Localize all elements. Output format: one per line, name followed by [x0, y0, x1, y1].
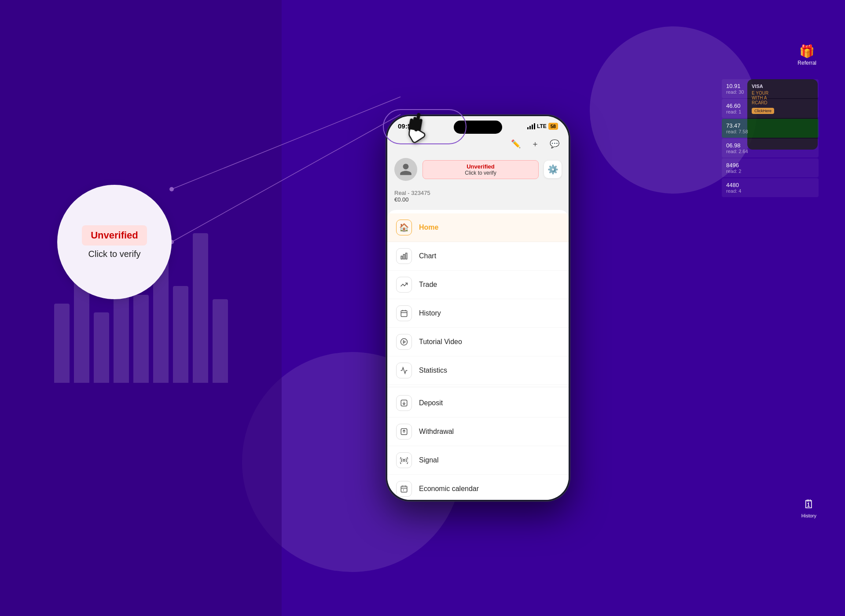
menu-label-home: Home — [419, 224, 438, 231]
menu-item-economic-calendar[interactable]: 7 Economic calendar — [387, 475, 569, 500]
trading-row-3: 73.47 read: 7.58 — [722, 119, 819, 138]
annotation-unverified-badge: Unverified — [82, 225, 147, 246]
trading-row-6: 4480 read: 4 — [722, 178, 819, 197]
user-avatar-icon — [399, 162, 413, 176]
phone-screen: 09:57 LTE 58 ✏️ ＋ — [387, 116, 569, 500]
svg-point-11 — [401, 339, 408, 345]
referral-label: Referral — [797, 60, 816, 66]
chat-icon[interactable]: 💬 — [547, 137, 562, 151]
balance-amount: €0.00 — [394, 196, 562, 203]
svg-rect-6 — [406, 253, 407, 259]
lte-label: LTE — [537, 123, 547, 129]
economic-calendar-icon: 7 — [396, 481, 412, 497]
history-icon — [396, 305, 412, 321]
svg-rect-5 — [404, 254, 405, 259]
tutorial-icon — [396, 334, 412, 350]
trading-row-5: 8496 read: 2 — [722, 158, 819, 177]
menu-label-history: History — [419, 309, 441, 317]
trading-row-2: 46.60 read: 1 — [722, 99, 819, 118]
menu-label-withdrawal: Withdrawal — [419, 428, 454, 436]
trading-row-1: 10.91 read: 30 — [722, 79, 819, 98]
trade-icon — [396, 277, 412, 293]
menu-item-statistics[interactable]: Statistics — [387, 356, 569, 385]
deposit-icon — [396, 395, 412, 411]
menu-item-chart[interactable]: Chart — [387, 242, 569, 271]
history-nav-item[interactable]: 🗓 History — [801, 498, 816, 519]
trading-value-2: 46.60 — [726, 103, 814, 109]
menu-item-history[interactable]: History — [387, 299, 569, 328]
balance-label: Real - 323475 — [394, 190, 562, 196]
trading-row-4: 06.98 read: 2.64 — [722, 139, 819, 158]
menu-item-deposit[interactable]: Deposit — [387, 389, 569, 418]
menu-label-chart: Chart — [419, 252, 436, 260]
phone-container: 09:57 LTE 58 ✏️ ＋ — [386, 114, 570, 502]
phone-frame: 09:57 LTE 58 ✏️ ＋ — [386, 114, 570, 502]
header-icons: ✏️ ＋ 💬 — [509, 137, 562, 151]
trading-value-1: 10.91 — [726, 83, 814, 89]
menu-item-signal[interactable]: Signal — [387, 446, 569, 475]
avatar — [394, 158, 417, 181]
trading-sub-2: read: 1 — [726, 109, 814, 114]
trading-value-3: 73.47 — [726, 122, 814, 129]
annotation-click-text: Click to verify — [88, 249, 141, 259]
withdrawal-icon — [396, 424, 412, 440]
home-icon: 🏠 — [396, 220, 412, 235]
annotation-unverified-text: Unverified — [91, 230, 138, 241]
trading-value-5: 8496 — [726, 162, 814, 169]
balance-section: Real - 323475 €0.00 — [387, 188, 569, 210]
pencil-icon[interactable]: ✏️ — [509, 137, 523, 151]
unverified-title: Unverified — [428, 163, 533, 170]
svg-marker-12 — [404, 341, 406, 343]
signal-menu-icon — [396, 452, 412, 468]
menu-label-tutorial: Tutorial Video — [419, 338, 462, 346]
menu-label-statistics: Statistics — [419, 367, 447, 374]
statistics-icon — [396, 363, 412, 378]
svg-rect-7 — [401, 311, 407, 317]
svg-point-17 — [403, 459, 405, 462]
trading-sub-6: read: 4 — [726, 188, 814, 194]
menu-label-deposit: Deposit — [419, 399, 443, 407]
dynamic-island — [454, 121, 502, 134]
click-to-verify-label: Click to verify — [428, 170, 533, 176]
menu-item-withdrawal[interactable]: Withdrawal — [387, 418, 569, 446]
bg-chart-backdrop — [0, 0, 282, 616]
menu-label-economic-calendar: Economic calendar — [419, 485, 479, 493]
trading-panel: 10.91 read: 30 46.60 read: 1 73.47 read:… — [722, 79, 819, 198]
annotation-zoom-circle: Unverified Click to verify — [57, 185, 172, 299]
history-nav-label: History — [801, 513, 816, 518]
plus-icon[interactable]: ＋ — [528, 137, 542, 151]
trading-sub-4: read: 2.64 — [726, 149, 814, 154]
menu-item-trade[interactable]: Trade — [387, 271, 569, 299]
trading-sub-3: read: 7.58 — [726, 129, 814, 134]
trading-sub-5: read: 2 — [726, 169, 814, 174]
unverified-badge[interactable]: Unverified Click to verify — [422, 160, 539, 179]
menu-label-trade: Trade — [419, 281, 437, 289]
trading-value-6: 4480 — [726, 182, 814, 188]
battery-badge: 58 — [548, 123, 558, 130]
svg-rect-4 — [401, 256, 402, 259]
trading-value-4: 06.98 — [726, 142, 814, 149]
menu-label-signal: Signal — [419, 456, 438, 464]
status-icons: LTE 58 — [527, 123, 558, 130]
history-nav-icon: 🗓 — [801, 498, 816, 511]
referral-section: 🎁 Referral — [797, 44, 816, 66]
trading-sub-1: read: 30 — [726, 89, 814, 95]
referral-icon: 🎁 — [797, 44, 816, 59]
settings-button[interactable]: ⚙️ — [544, 161, 562, 178]
menu-item-tutorial[interactable]: Tutorial Video — [387, 328, 569, 356]
menu-item-home[interactable]: 🏠 Home — [387, 213, 569, 242]
menu-drawer: 🏠 Home Chart Trade — [387, 210, 569, 500]
annotation-content: Unverified Click to verify — [73, 216, 156, 268]
profile-section: Unverified Click to verify ⚙️ — [387, 156, 569, 188]
signal-icon — [527, 123, 535, 129]
chart-icon — [396, 248, 412, 264]
svg-text:7: 7 — [403, 489, 404, 491]
menu-divider — [387, 387, 569, 387]
